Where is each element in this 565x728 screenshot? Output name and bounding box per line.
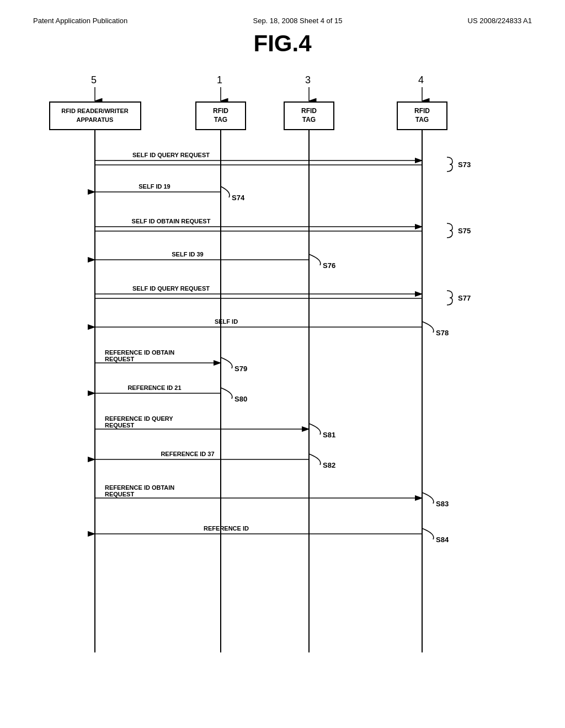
header-left: Patent Application Publication — [33, 17, 127, 25]
entity-tag1-label2: TAG — [214, 116, 227, 124]
label-s81-1: REFERENCE ID QUERY — [105, 415, 173, 422]
label-s76: SELF ID 39 — [172, 251, 203, 258]
label-s80: REFERENCE ID 21 — [127, 384, 181, 391]
num-4: 4 — [418, 74, 424, 85]
step-s79: S79 — [234, 365, 247, 373]
header-right: US 2008/224833 A1 — [468, 17, 532, 25]
curve-s78 — [422, 322, 434, 333]
label-s79-2: REQUEST — [105, 356, 134, 362]
curve-s83 — [422, 493, 434, 504]
label-s79-1: REFERENCE ID OBTAIN — [105, 349, 174, 356]
step-s84: S84 — [436, 536, 449, 544]
entity-tag4-label1: RFID — [414, 107, 430, 115]
num-1: 1 — [217, 74, 222, 85]
label-s82: REFERENCE ID 37 — [161, 451, 214, 457]
step-s78: S78 — [436, 329, 449, 337]
step-s77: S77 — [458, 294, 471, 302]
entity-tag4-label2: TAG — [415, 116, 429, 124]
curve-s79 — [221, 357, 232, 368]
brace-s75 — [447, 223, 452, 238]
label-s77: SELF ID QUERY REQUEST — [132, 285, 210, 292]
step-s73: S73 — [458, 160, 471, 169]
label-s73: SELF ID QUERY REQUEST — [132, 152, 210, 158]
step-s76: S76 — [323, 261, 335, 270]
entity-rw-label2: APPARATUS — [77, 116, 114, 123]
step-s82: S82 — [323, 461, 335, 469]
step-s83: S83 — [436, 500, 449, 508]
label-s75: SELF ID OBTAIN REQUEST — [132, 218, 211, 224]
curve-s81 — [309, 424, 321, 435]
curve-s74 — [221, 186, 230, 197]
entity-tag1-label1: RFID — [213, 107, 228, 115]
step-s75: S75 — [458, 227, 471, 235]
num-5: 5 — [91, 74, 97, 85]
brace-s77 — [447, 291, 452, 305]
entity-tag3-label1: RFID — [301, 107, 317, 115]
sequence-diagram: 5 1 3 4 RFID READER/WRITER APPARATUS RFI… — [33, 68, 557, 675]
label-s74: SELF ID 19 — [138, 183, 170, 190]
step-s80: S80 — [234, 395, 247, 403]
num-3: 3 — [305, 74, 311, 85]
fig-title: FIG.4 — [33, 30, 532, 57]
entity-tag3-label2: TAG — [302, 116, 316, 124]
brace-s73 — [447, 157, 452, 172]
curve-s76 — [309, 254, 321, 265]
label-s78: SELF ID — [215, 318, 238, 325]
curve-s82 — [309, 454, 321, 465]
page-header: Patent Application Publication Sep. 18, … — [33, 17, 532, 25]
label-s83-2: REQUEST — [105, 491, 134, 497]
header-middle: Sep. 18, 2008 Sheet 4 of 15 — [253, 17, 342, 25]
curve-s80 — [221, 388, 232, 399]
label-s84: REFERENCE ID — [204, 525, 249, 532]
label-s81-2: REQUEST — [105, 422, 134, 429]
label-s83-1: REFERENCE ID OBTAIN — [105, 484, 174, 491]
entity-rw — [50, 102, 141, 130]
page: Patent Application Publication Sep. 18, … — [0, 0, 565, 728]
step-s74: S74 — [232, 194, 245, 202]
step-s81: S81 — [323, 431, 335, 439]
curve-s84 — [422, 528, 434, 539]
entity-rw-label: RFID READER/WRITER — [61, 108, 129, 114]
